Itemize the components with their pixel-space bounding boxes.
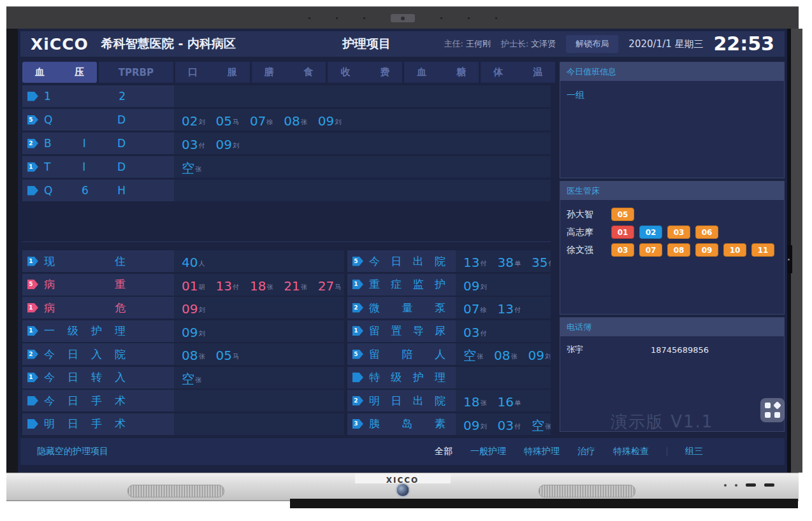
tab-0[interactable]: 血 压 [22, 62, 97, 83]
bed-number: 05 [215, 349, 231, 362]
stat-row[interactable]: 明日手术 [22, 413, 344, 435]
row-label: 病 重 [44, 277, 126, 292]
bed-item: 空张 [463, 349, 483, 362]
filter-2[interactable]: 特殊护理 [524, 446, 560, 457]
indicator-dot [735, 484, 737, 487]
bed-number: 13 [497, 303, 513, 315]
bed-surname: 刘 [545, 352, 551, 362]
bed-number: 空 [182, 162, 194, 175]
stat-row[interactable]: 2明日出院18张16单 [347, 390, 551, 411]
phonebook-title: 电话簿 [560, 318, 784, 336]
filter-1[interactable]: 一般护理 [470, 446, 506, 457]
bed-surname: 张 [198, 352, 205, 362]
count-badge: 2 [27, 350, 38, 359]
row-values: 09刘03付空张 [456, 413, 551, 435]
date-display: 2020/1/1 星期三 [628, 38, 703, 50]
tab-1[interactable]: TPRBP [99, 62, 173, 83]
power-sensor [764, 483, 774, 487]
bed-surname: 张 [511, 352, 517, 362]
stat-row[interactable]: 5Q D02刘05马07徐08张09刘 [22, 109, 551, 131]
row-values: 18张16单 [456, 390, 551, 411]
tab-2[interactable]: 口 服 [175, 62, 250, 83]
stat-row[interactable]: 1一级护理09刘 [22, 320, 344, 342]
row-label: 今日出院 [369, 254, 446, 269]
row-values: 07徐13付 [456, 297, 551, 318]
bed-number: 09 [463, 280, 479, 292]
filter-group-three[interactable]: 组三 [685, 446, 703, 457]
bed-item: 07徐 [250, 115, 273, 127]
doctor-name: 孙大智 [567, 209, 611, 220]
clock: 22:53 [714, 34, 775, 54]
bed-surname: 张 [301, 283, 307, 292]
bed-surname: 刘 [480, 422, 486, 432]
stat-row[interactable]: 特级护理 [347, 367, 551, 389]
filter-3[interactable]: 治疗 [577, 446, 595, 457]
bezel-camera-button[interactable] [395, 483, 410, 497]
bed-number: 13 [463, 256, 479, 269]
stat-row[interactable]: 1 2 [22, 85, 551, 107]
row-values: 空张 [174, 367, 344, 389]
bed-item: 09刘 [182, 303, 205, 315]
row-label: 病 危 [44, 301, 126, 315]
tab-label: 收 费 [340, 66, 389, 78]
row-values [174, 413, 344, 435]
row-label: 今日入院 [44, 347, 126, 362]
stat-row[interactable]: 今日手术 [22, 390, 344, 411]
bed-item: 09刘 [463, 280, 486, 292]
tab-4[interactable]: 收 费 [328, 62, 402, 83]
row-label-cell: 2明日出院 [347, 390, 456, 411]
stat-row[interactable]: 2今日入院08张05马 [22, 343, 344, 365]
stat-row[interactable]: 1留置导尿03付 [347, 320, 551, 342]
bed-surname: 付 [198, 141, 205, 151]
count-badge-number: 2 [352, 303, 359, 313]
bed-surname: 张 [301, 118, 307, 127]
bed-item: 13付 [463, 256, 486, 269]
doctor-row: 高志摩01020306 [567, 225, 778, 239]
row-label: 今日转入 [44, 370, 126, 385]
count-badge-number: 1 [27, 303, 34, 313]
bed-chip: 03 [667, 225, 690, 239]
bed-surname: 人 [198, 259, 205, 269]
bed-number: 16 [497, 396, 513, 408]
row-label: 一级护理 [44, 324, 126, 338]
stat-row[interactable]: Q 6 H [22, 180, 551, 201]
bed-number: 09 [182, 303, 198, 315]
bed-number: 03 [182, 138, 198, 151]
tab-3[interactable]: 膳 食 [252, 62, 326, 83]
row-label: 今日手术 [44, 394, 126, 408]
stat-row[interactable]: 5病 重01胡13付18张21张27马 [22, 274, 344, 296]
filter-group: 全部一般护理特殊护理治疗特殊检查组三 [435, 438, 703, 465]
tv-bottom-bezel: XICCO [6, 473, 799, 501]
unlock-layout-button[interactable]: 解锁布局 [566, 35, 618, 53]
stat-row[interactable]: 1重症监护09刘 [347, 274, 551, 296]
count-badge-number: 1 [27, 257, 34, 266]
count-badge: 2 [352, 303, 363, 313]
bed-number: 07 [463, 303, 479, 315]
stat-row[interactable]: 3胰 岛 素09刘03付空张 [347, 413, 551, 435]
doctor-name: 徐文强 [567, 245, 611, 256]
stat-row[interactable]: 1现 住40人 [22, 250, 344, 272]
hide-empty-toggle[interactable]: 隐藏空的护理项目 [37, 446, 108, 457]
stat-row[interactable]: 1病 危09刘 [22, 297, 344, 318]
stat-row[interactable]: 1T I D空张 [22, 156, 551, 178]
indicator-dot [724, 484, 727, 487]
stat-row[interactable]: 1今日转入空张 [22, 367, 344, 389]
filter-4[interactable]: 特殊检查 [613, 446, 649, 457]
tab-6[interactable]: 体 温 [481, 62, 555, 83]
bed-surname: 付 [233, 283, 239, 292]
apps-grid-button[interactable] [760, 398, 785, 422]
stat-row[interactable]: 2B I D03付09刘 [22, 132, 551, 154]
row-values: 02刘05马07徐08张09刘 [174, 109, 551, 131]
bed-number: 09 [318, 115, 334, 127]
tv-top-bezel [6, 6, 799, 29]
demo-watermark: 演示版 V1.1 [611, 411, 713, 433]
stat-row[interactable]: 5留 陪 人空张08张09刘07徐03付 [347, 343, 551, 365]
filter-0[interactable]: 全部 [435, 446, 453, 457]
stat-row[interactable]: 2微 量 泵07徐13付 [347, 297, 551, 318]
stat-row[interactable]: 5今日出院13付38单35付36张39徐 [347, 250, 551, 272]
bed-item: 03付 [182, 138, 205, 151]
bed-number: 08 [284, 115, 300, 127]
tab-5[interactable]: 血 糖 [404, 62, 479, 83]
count-badge-number: 5 [352, 350, 359, 359]
speaker-grille-right [539, 485, 635, 497]
